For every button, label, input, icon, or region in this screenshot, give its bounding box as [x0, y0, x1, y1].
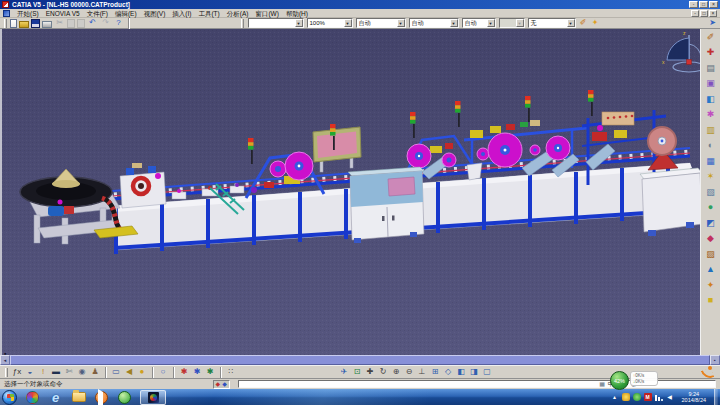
right-tool-icon-17[interactable]: ✦ [704, 279, 717, 291]
right-tool-icon-5[interactable]: ◧ [704, 93, 717, 105]
save-icon[interactable] [31, 19, 40, 28]
status-red-icon[interactable]: ◆ [216, 381, 221, 387]
new-file-icon[interactable] [10, 19, 17, 28]
monitor-icon[interactable]: ▬ [50, 366, 62, 378]
line-weight-combo[interactable]: 自动 ▼ [409, 18, 459, 28]
quick-view-icon[interactable]: ◇ [442, 366, 454, 378]
right-tool-icon-9[interactable]: ▦ [704, 155, 717, 167]
right-tool-icon-1[interactable]: ✐ [704, 31, 717, 43]
right-tool-icon-18[interactable]: ■ [704, 295, 717, 307]
paste-icon[interactable] [77, 19, 85, 28]
right-tool-icon-13[interactable]: ◩ [704, 217, 717, 229]
menu-item[interactable]: 帮助(H) [286, 9, 308, 18]
ime-keyboard-icon[interactable]: ▦ [599, 381, 605, 387]
toolbar-grip[interactable] [5, 368, 8, 377]
restore-button[interactable]: □ [699, 1, 708, 8]
chevron-down-icon[interactable]: ▼ [295, 19, 303, 27]
wizard-icon[interactable]: ✦ [590, 18, 601, 29]
tray-expand-icon[interactable]: ▴ [611, 393, 619, 401]
knowledge-icon[interactable]: ◒ [24, 366, 36, 378]
media-player-button[interactable] [94, 390, 109, 405]
right-tool-icon-3[interactable]: ▤ [704, 62, 717, 74]
fill-color-combo[interactable]: ▼ [248, 18, 304, 28]
right-tool-icon-12[interactable]: ● [704, 202, 717, 214]
fit-all-in-icon[interactable]: ⊡ [351, 366, 363, 378]
right-tool-icon-2[interactable]: ✚ [704, 47, 717, 59]
mdi-close-button[interactable]: × [709, 10, 717, 17]
taskbar-clock[interactable]: 9:24 2014/8/24 [682, 391, 706, 404]
right-tool-icon-15[interactable]: ▨ [704, 248, 717, 260]
right-tool-icon-4[interactable]: ▣ [704, 78, 717, 90]
tray-network-icon[interactable] [655, 393, 663, 401]
line-type-combo[interactable]: 自动 ▼ [356, 18, 406, 28]
chevron-down-icon[interactable]: ▼ [397, 19, 405, 27]
show-desktop-button[interactable] [714, 389, 718, 405]
toolbar-grip[interactable] [241, 19, 244, 28]
right-tool-icon-11[interactable]: ▧ [704, 186, 717, 198]
right-tool-icon-8[interactable]: ◐ [704, 140, 717, 152]
copy-icon[interactable] [67, 19, 75, 28]
explorer-folder-button[interactable] [71, 390, 86, 405]
scroll-right-button[interactable]: ▪ [710, 355, 720, 365]
menu-item[interactable]: 文件(F) [87, 9, 108, 18]
multi-view-icon[interactable]: ⊞ [429, 366, 441, 378]
status-blue-icon[interactable]: ◆ [222, 381, 227, 387]
layer-combo[interactable]: 无 ▼ [528, 18, 576, 28]
scroll-left-button[interactable]: ◂ [0, 355, 10, 365]
fx-formula-icon[interactable]: ƒx [11, 366, 23, 378]
warning-icon[interactable]: ! [37, 366, 49, 378]
chevron-down-icon[interactable]: ▼ [487, 19, 495, 27]
toolbar-overflow-icon[interactable]: ➤ [707, 18, 718, 29]
catia-taskbar-button[interactable] [140, 390, 166, 405]
right-tool-icon-16[interactable]: ▲ [704, 264, 717, 276]
end-cabinet[interactable] [640, 168, 702, 236]
safety-360-button[interactable] [117, 390, 132, 405]
menu-item[interactable]: 开始(S) [17, 9, 39, 18]
scrollbar-thumb[interactable] [10, 355, 710, 365]
open-folder-icon[interactable] [19, 21, 29, 28]
camera-icon[interactable]: ◉ [76, 366, 88, 378]
opacity-combo[interactable]: 100% ▼ [307, 18, 353, 28]
menu-item[interactable]: ENOVIA V5 [46, 9, 80, 18]
pan-icon[interactable]: ✚ [364, 366, 376, 378]
print-icon[interactable] [42, 21, 52, 28]
document-icon[interactable] [3, 10, 10, 17]
gear-blue-icon[interactable]: ✱ [191, 366, 203, 378]
speed-ball-widget[interactable]: 42% ↑0K/s ↓0K/s [610, 371, 658, 390]
circle-tool-icon[interactable]: ○ [157, 366, 169, 378]
zoom-out-icon[interactable]: ⊖ [403, 366, 415, 378]
right-tool-icon-7[interactable]: ▥ [704, 124, 717, 136]
tray-shield-icon[interactable] [622, 393, 630, 401]
bulb-icon[interactable]: ● [136, 366, 148, 378]
fly-mode-icon[interactable]: ✈ [338, 366, 350, 378]
chevron-down-icon[interactable]: ▼ [450, 19, 458, 27]
zoom-in-icon[interactable]: ⊕ [390, 366, 402, 378]
status-badges[interactable]: ◆◆ [213, 380, 230, 389]
help-icon[interactable]: ? [113, 18, 124, 29]
ie-button[interactable]: e [48, 390, 63, 405]
gear-red-icon[interactable]: ✱ [178, 366, 190, 378]
mdi-minimize-button[interactable]: - [691, 10, 699, 17]
wireframe-icon[interactable]: ▢ [481, 366, 493, 378]
cut-icon[interactable]: ✂ [54, 18, 65, 29]
right-tool-icon-14[interactable]: ◆ [704, 233, 717, 245]
chevron-down-icon[interactable]: ▼ [344, 19, 352, 27]
rotate-icon[interactable]: ↻ [377, 366, 389, 378]
speaker-icon[interactable]: ◀ [123, 366, 135, 378]
undo-icon[interactable]: ↶ [87, 18, 98, 29]
menu-item[interactable]: 分析(A) [227, 9, 249, 18]
toolbar-grip[interactable] [4, 19, 7, 28]
right-tool-icon-6[interactable]: ✱ [704, 109, 717, 121]
speed-ball-percent[interactable]: 42% [610, 371, 629, 390]
shading-edges-icon[interactable]: ◨ [468, 366, 480, 378]
minimize-button[interactable]: - [689, 1, 698, 8]
grid-dots-icon[interactable]: ∷ [225, 366, 237, 378]
mdi-restore-button[interactable]: □ [700, 10, 708, 17]
tray-m-icon[interactable]: M [644, 393, 652, 401]
menu-item[interactable]: 插入(I) [172, 9, 191, 18]
browser-360-button[interactable] [25, 390, 40, 405]
painter-icon[interactable]: ✐ [578, 18, 589, 29]
gear-green-icon[interactable]: ✱ [204, 366, 216, 378]
control-cabinet[interactable] [348, 167, 424, 243]
constraint-icon[interactable]: ▭ [110, 366, 122, 378]
